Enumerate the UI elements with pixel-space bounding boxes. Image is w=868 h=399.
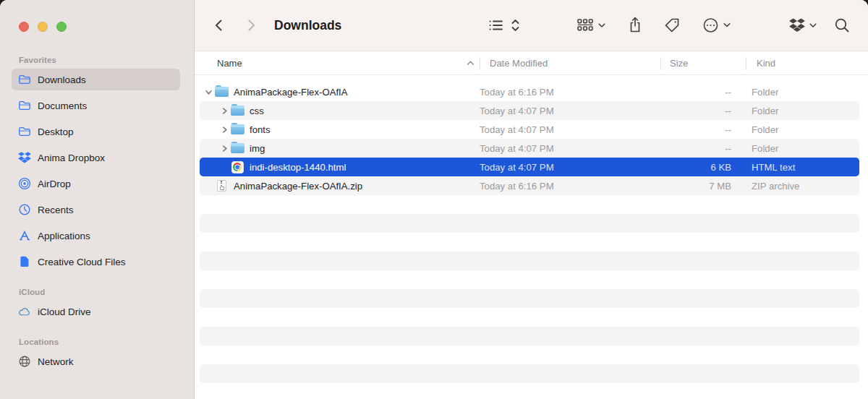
html-file-icon	[231, 161, 244, 173]
column-divider[interactable]	[480, 57, 480, 70]
chevron-down-icon	[809, 23, 817, 28]
folder-icon	[18, 73, 31, 86]
date-modified-cell: Today at 6:16 PM	[480, 82, 660, 101]
sidebar-item-anima-dropbox[interactable]: Anima Dropbox	[12, 147, 180, 168]
table-row[interactable]: AnimaPackage-Flex-OAfIA Today at 6:16 PM…	[200, 82, 859, 101]
folder-icon	[17, 99, 31, 113]
size-cell: --	[660, 120, 746, 139]
close-button[interactable]	[19, 22, 29, 32]
search-button[interactable]	[834, 17, 850, 33]
sidebar-item-recents[interactable]: Recents	[12, 199, 180, 220]
sort-chevrons-icon	[511, 18, 520, 33]
empty-row	[200, 214, 859, 233]
sidebar-item-label: iCloud Drive	[38, 306, 91, 317]
chevron-down-icon	[723, 23, 731, 28]
kind-cell: Folder	[746, 139, 859, 158]
column-divider[interactable]	[660, 57, 661, 70]
sidebar-item-downloads[interactable]: Downloads	[12, 69, 180, 90]
table-row[interactable]: indi-desktop-1440.html Today at 4:07 PM …	[200, 158, 859, 176]
more-button[interactable]	[702, 17, 731, 34]
sort-control[interactable]	[511, 18, 520, 33]
forward-button[interactable]	[244, 17, 258, 33]
sidebar-section: Favorites Downloads Documents Desktop An…	[0, 56, 194, 273]
folder-icon	[17, 125, 31, 139]
clock-icon	[17, 203, 31, 217]
sidebar-section: Locations Network	[0, 338, 194, 372]
kind-cell: Folder	[746, 101, 859, 120]
globe-icon	[18, 355, 31, 368]
empty-row	[200, 252, 859, 270]
sidebar-item-label: Documents	[38, 100, 87, 111]
zoom-button[interactable]	[56, 22, 67, 32]
kind-cell: Folder	[746, 120, 859, 139]
table-row[interactable]: css Today at 4:07 PM -- Folder	[200, 101, 859, 120]
name-cell: indi-desktop-1440.html	[200, 158, 480, 176]
folder-file-icon	[215, 87, 229, 97]
empty-row	[200, 195, 859, 214]
applications-icon	[18, 229, 31, 242]
disclosure-triangle[interactable]	[218, 145, 230, 153]
airdrop-icon	[18, 177, 31, 190]
folder-icon	[18, 99, 31, 112]
empty-row	[200, 364, 859, 383]
group-button[interactable]	[576, 17, 605, 33]
airdrop-icon	[17, 177, 31, 191]
file-name: fonts	[250, 124, 271, 135]
clock-icon	[18, 203, 31, 216]
sidebar-item-icloud-drive[interactable]: iCloud Drive	[12, 301, 180, 322]
disclosure-triangle[interactable]	[218, 126, 230, 134]
chevron-left-icon	[212, 17, 226, 33]
empty-row	[200, 270, 859, 289]
sidebar-item-applications[interactable]: Applications	[12, 225, 180, 246]
file-name: indi-desktop-1440.html	[250, 162, 346, 173]
disclosure-triangle[interactable]	[203, 88, 214, 96]
file-name: AnimaPackage-Flex-OAfIA	[234, 87, 348, 98]
window-controls	[0, 0, 194, 32]
sidebar-item-label: Desktop	[38, 126, 74, 137]
column-header-kind[interactable]: Kind	[757, 58, 775, 69]
back-button[interactable]	[212, 17, 226, 33]
minimize-button[interactable]	[38, 22, 48, 32]
sidebar-item-documents[interactable]: Documents	[12, 95, 180, 116]
size-cell: --	[660, 82, 746, 101]
date-modified-cell: Today at 6:16 PM	[480, 176, 660, 195]
chevron-down-icon	[205, 88, 213, 96]
share-button[interactable]	[627, 17, 643, 34]
column-divider[interactable]	[746, 57, 746, 70]
disclosure-triangle[interactable]	[218, 107, 230, 115]
name-cell: AnimaPackage-Flex-OAfIA.zip	[200, 176, 480, 195]
size-cell: --	[660, 101, 746, 120]
chevron-right-icon	[221, 107, 229, 115]
view-list-button[interactable]	[488, 18, 504, 33]
date-modified-cell: Today at 4:07 PM	[480, 158, 660, 176]
file-name: css	[250, 106, 264, 116]
sidebar-item-network[interactable]: Network	[12, 351, 180, 372]
kind-cell: Folder	[746, 82, 859, 101]
dropbox-button[interactable]	[789, 18, 817, 33]
document-icon	[17, 255, 31, 269]
file-name: AnimaPackage-Flex-OAfIA.zip	[234, 181, 362, 192]
sidebar-item-desktop[interactable]: Desktop	[12, 121, 180, 142]
kind-cell: HTML text	[746, 158, 859, 176]
sidebar-item-creative-cloud-files[interactable]: Creative Cloud Files	[12, 251, 180, 273]
table-row[interactable]: img Today at 4:07 PM -- Folder	[200, 139, 859, 158]
column-header-date-modified[interactable]: Date Modified	[490, 58, 548, 69]
empty-row	[200, 233, 859, 252]
sidebar-section: iCloud iCloud Drive	[0, 288, 194, 322]
tag-button[interactable]	[663, 17, 681, 34]
empty-row	[200, 289, 859, 308]
sidebar-item-airdrop[interactable]: AirDrop	[12, 173, 180, 194]
column-header-size[interactable]: Size	[670, 58, 688, 69]
sidebar-section-label: iCloud	[19, 288, 194, 296]
table-row[interactable]: AnimaPackage-Flex-OAfIA.zip Today at 6:1…	[200, 176, 859, 195]
search-icon	[834, 17, 850, 33]
folder-file-icon	[231, 106, 244, 116]
table-row[interactable]: fonts Today at 4:07 PM -- Folder	[200, 120, 859, 139]
chevron-right-icon	[221, 126, 229, 134]
column-header-name[interactable]: Name	[217, 58, 242, 69]
document-icon	[18, 255, 31, 268]
more-ellipsis-icon	[702, 17, 719, 34]
share-icon	[627, 17, 643, 34]
kind-cell: ZIP archive	[746, 176, 859, 195]
folder-icon	[18, 125, 31, 138]
